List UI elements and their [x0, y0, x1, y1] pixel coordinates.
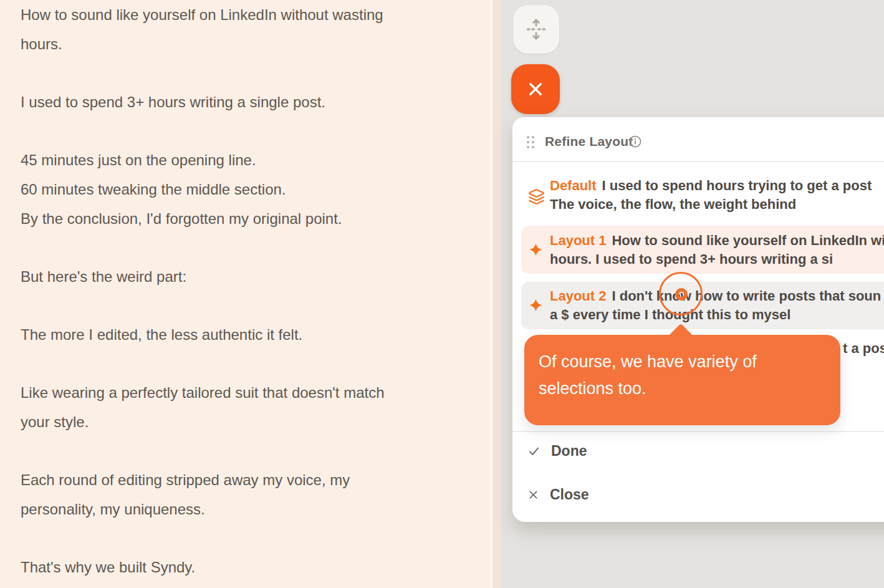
editor-line: How to sound like yourself on LinkedIn w…: [21, 0, 473, 29]
sparkle-icon: [529, 298, 543, 312]
option-layout-1[interactable]: Layout 1 How to sound like yourself on L…: [521, 226, 884, 274]
option-preview-line-2: hours. I used to spend 3+ hours writing …: [550, 250, 884, 269]
check-icon: [527, 445, 540, 458]
done-button[interactable]: Done: [527, 443, 587, 460]
close-label: Close: [550, 486, 589, 503]
editor-line: I used to spend 3+ hours writing a singl…: [21, 87, 473, 117]
info-circle-icon[interactable]: [628, 135, 642, 148]
grip-dots-icon[interactable]: [526, 135, 535, 149]
editor-paragraph: Like wearing a perfectly tailored suit t…: [21, 378, 473, 436]
x-icon: [525, 79, 546, 100]
editor-paragraph: I used to spend 3+ hours writing a singl…: [21, 87, 473, 117]
editor-line: The more I edited, the less authentic it…: [21, 320, 473, 349]
editor-line: your style.: [21, 407, 473, 436]
editor-line: That's why we built Syndy.: [21, 552, 473, 582]
close-overlay-button[interactable]: [511, 64, 560, 114]
editor-line: 60 minutes tweaking the middle section.: [21, 175, 473, 204]
editor-paragraph: That's why we built Syndy.: [21, 552, 473, 582]
option-label: Default: [550, 178, 597, 194]
editor-line: hours.: [21, 29, 473, 59]
editor-line: 45 minutes just on the opening line.: [21, 145, 473, 175]
editor-line: Each round of editing stripped away my v…: [21, 465, 473, 494]
app-screen: { "editor": { "paragraphs": [ { "lines":…: [0, 0, 884, 588]
option-preview-line-2: a $ every time I thought this to mysel: [550, 306, 881, 324]
partial-option-text: t a pos: [843, 340, 884, 357]
option-preview-line-2: The voice, the flow, the weight behind: [550, 195, 872, 214]
x-icon: [527, 489, 539, 501]
tooltip-text-line-1: Of course, we have variety of: [539, 352, 757, 371]
panel-title: Refine Layout: [545, 134, 633, 149]
option-label: Layout 2: [550, 288, 606, 304]
editor-paragraph: But here's the weird part:: [21, 262, 473, 291]
click-indicator-dot: [675, 288, 688, 301]
option-preview-line-1: I used to spend hours trying to get a po…: [602, 178, 872, 194]
close-button[interactable]: Close: [527, 486, 589, 503]
divider: [512, 431, 884, 432]
editor-paragraph: The more I edited, the less authentic it…: [21, 320, 473, 349]
tooltip-text-line-2: selections too.: [539, 379, 646, 398]
option-preview-line-1: How to sound like yourself on LinkedIn w…: [612, 233, 884, 249]
editor-line: By the conclusion, I'd forgotten my orig…: [21, 204, 473, 233]
divider: [512, 161, 884, 162]
move-handle-button[interactable]: [513, 5, 559, 54]
layers-icon: [528, 188, 545, 205]
editor-edge-strip: [492, 0, 501, 588]
editor-line: But here's the weird part:: [21, 262, 473, 291]
option-default[interactable]: Default I used to spend hours trying to …: [512, 176, 884, 221]
done-label: Done: [551, 443, 587, 460]
coach-tooltip: Of course, we have variety of selections…: [524, 335, 840, 425]
editor-paragraph: How to sound like yourself on LinkedIn w…: [21, 0, 473, 59]
option-layout-2[interactable]: Layout 2 I don't know how to write posts…: [521, 282, 884, 329]
option-label: Layout 1: [550, 233, 606, 249]
move-vertical-icon: [524, 17, 549, 42]
editor-line: personality, my uniqueness.: [21, 494, 473, 524]
post-editor-panel[interactable]: How to sound like yourself on LinkedIn w…: [0, 0, 490, 588]
sparkle-icon: [529, 243, 543, 257]
editor-line: Like wearing a perfectly tailored suit t…: [21, 378, 473, 407]
refine-layout-panel: Refine Layout Default I used to spend ho…: [512, 117, 884, 522]
editor-paragraph: 45 minutes just on the opening line. 60 …: [21, 145, 473, 233]
editor-paragraph: Each round of editing stripped away my v…: [21, 465, 473, 524]
option-preview-line-1: I don't know how to write posts that sou…: [612, 288, 881, 304]
post-editor-text: How to sound like yourself on LinkedIn w…: [0, 0, 490, 582]
